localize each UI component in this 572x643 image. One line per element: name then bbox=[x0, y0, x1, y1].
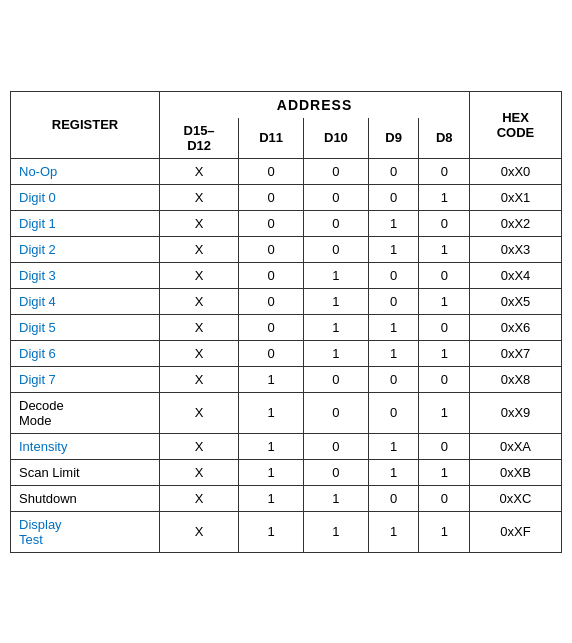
table-row: DecodeModeX10010xX9 bbox=[11, 392, 562, 433]
addr-d9: 0 bbox=[368, 366, 419, 392]
table-row: DisplayTestX11110xXF bbox=[11, 511, 562, 552]
addr-d9: 1 bbox=[368, 314, 419, 340]
addr-d15: X bbox=[160, 392, 239, 433]
addr-d11: 1 bbox=[239, 392, 304, 433]
register-name-cell: No-Op bbox=[11, 158, 160, 184]
register-table: REGISTER ADDRESS HEXCODE D15–D12 D11 D10… bbox=[10, 91, 562, 553]
addr-d9: 1 bbox=[368, 459, 419, 485]
addr-d15: X bbox=[160, 262, 239, 288]
register-name-cell: Digit 7 bbox=[11, 366, 160, 392]
main-container: REGISTER ADDRESS HEXCODE D15–D12 D11 D10… bbox=[10, 91, 562, 553]
addr-d15: X bbox=[160, 485, 239, 511]
addr-d10: 1 bbox=[304, 485, 369, 511]
addr-d8: 1 bbox=[419, 236, 470, 262]
hex-code-cell: 0xXC bbox=[470, 485, 562, 511]
addr-d10: 0 bbox=[304, 210, 369, 236]
hex-code-cell: 0xX1 bbox=[470, 184, 562, 210]
table-row: IntensityX10100xXA bbox=[11, 433, 562, 459]
addr-d9: 0 bbox=[368, 392, 419, 433]
addr-d10: 1 bbox=[304, 262, 369, 288]
addr-d10: 0 bbox=[304, 236, 369, 262]
col-d11: D11 bbox=[239, 118, 304, 159]
addr-d15: X bbox=[160, 314, 239, 340]
addr-d11: 0 bbox=[239, 184, 304, 210]
addr-d8: 1 bbox=[419, 459, 470, 485]
addr-d9: 1 bbox=[368, 236, 419, 262]
hex-code-cell: 0xX2 bbox=[470, 210, 562, 236]
addr-d11: 1 bbox=[239, 511, 304, 552]
addr-d15: X bbox=[160, 158, 239, 184]
addr-d15: X bbox=[160, 511, 239, 552]
addr-d11: 0 bbox=[239, 340, 304, 366]
register-name-cell: Digit 3 bbox=[11, 262, 160, 288]
hex-code-cell: 0xX0 bbox=[470, 158, 562, 184]
addr-d10: 0 bbox=[304, 392, 369, 433]
table-row: Digit 5X01100xX6 bbox=[11, 314, 562, 340]
addr-d8: 1 bbox=[419, 392, 470, 433]
addr-d11: 1 bbox=[239, 366, 304, 392]
addr-d9: 0 bbox=[368, 184, 419, 210]
register-name-cell: Digit 1 bbox=[11, 210, 160, 236]
addr-d8: 1 bbox=[419, 340, 470, 366]
register-name-cell: DecodeMode bbox=[11, 392, 160, 433]
addr-d10: 1 bbox=[304, 288, 369, 314]
addr-d8: 0 bbox=[419, 158, 470, 184]
register-name-cell: Digit 6 bbox=[11, 340, 160, 366]
register-name-cell: Intensity bbox=[11, 433, 160, 459]
hex-code-cell: 0xXA bbox=[470, 433, 562, 459]
register-name-cell: Digit 2 bbox=[11, 236, 160, 262]
table-row: Digit 3X01000xX4 bbox=[11, 262, 562, 288]
register-name-cell: Digit 5 bbox=[11, 314, 160, 340]
table-row: Digit 4X01010xX5 bbox=[11, 288, 562, 314]
addr-d9: 0 bbox=[368, 288, 419, 314]
addr-d11: 0 bbox=[239, 262, 304, 288]
addr-d8: 0 bbox=[419, 366, 470, 392]
addr-d8: 0 bbox=[419, 210, 470, 236]
addr-d15: X bbox=[160, 433, 239, 459]
hex-code-cell: 0xXB bbox=[470, 459, 562, 485]
address-header: ADDRESS bbox=[160, 91, 470, 118]
addr-d11: 1 bbox=[239, 433, 304, 459]
register-name-cell: Digit 4 bbox=[11, 288, 160, 314]
table-row: Scan LimitX10110xXB bbox=[11, 459, 562, 485]
register-name-cell: Shutdown bbox=[11, 485, 160, 511]
addr-d11: 1 bbox=[239, 459, 304, 485]
addr-d9: 1 bbox=[368, 511, 419, 552]
addr-d10: 0 bbox=[304, 459, 369, 485]
addr-d8: 0 bbox=[419, 262, 470, 288]
hex-code-cell: 0xX9 bbox=[470, 392, 562, 433]
hex-code-cell: 0xX6 bbox=[470, 314, 562, 340]
addr-d9: 0 bbox=[368, 485, 419, 511]
addr-d9: 1 bbox=[368, 210, 419, 236]
addr-d8: 1 bbox=[419, 511, 470, 552]
addr-d11: 0 bbox=[239, 314, 304, 340]
addr-d10: 0 bbox=[304, 158, 369, 184]
hex-code-cell: 0xX4 bbox=[470, 262, 562, 288]
addr-d8: 0 bbox=[419, 433, 470, 459]
col-d15-d12: D15–D12 bbox=[160, 118, 239, 159]
addr-d10: 0 bbox=[304, 184, 369, 210]
addr-d15: X bbox=[160, 288, 239, 314]
addr-d8: 0 bbox=[419, 485, 470, 511]
addr-d15: X bbox=[160, 366, 239, 392]
table-row: ShutdownX11000xXC bbox=[11, 485, 562, 511]
register-name-cell: Scan Limit bbox=[11, 459, 160, 485]
table-row: Digit 0X00010xX1 bbox=[11, 184, 562, 210]
addr-d15: X bbox=[160, 210, 239, 236]
hex-code-cell: 0xX7 bbox=[470, 340, 562, 366]
addr-d10: 1 bbox=[304, 340, 369, 366]
addr-d9: 1 bbox=[368, 340, 419, 366]
hex-code-cell: 0xX8 bbox=[470, 366, 562, 392]
addr-d8: 1 bbox=[419, 184, 470, 210]
hex-code-cell: 0xX3 bbox=[470, 236, 562, 262]
addr-d11: 0 bbox=[239, 236, 304, 262]
addr-d15: X bbox=[160, 184, 239, 210]
hex-code-cell: 0xX5 bbox=[470, 288, 562, 314]
addr-d9: 0 bbox=[368, 158, 419, 184]
addr-d11: 0 bbox=[239, 158, 304, 184]
addr-d11: 1 bbox=[239, 485, 304, 511]
addr-d10: 1 bbox=[304, 511, 369, 552]
col-d8: D8 bbox=[419, 118, 470, 159]
addr-d9: 0 bbox=[368, 262, 419, 288]
table-row: Digit 6X01110xX7 bbox=[11, 340, 562, 366]
